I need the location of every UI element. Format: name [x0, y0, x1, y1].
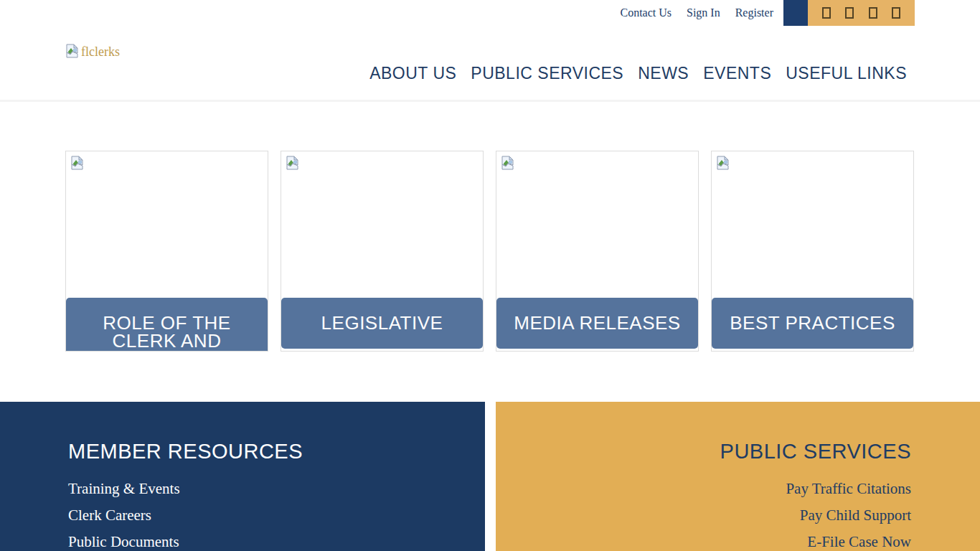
link-pay-child-support[interactable]: Pay Child Support	[800, 507, 911, 524]
card-title-band: MEDIA RELEASES	[496, 298, 698, 349]
main-nav: ABOUT US PUBLIC SERVICES NEWS EVENTS USE…	[369, 64, 907, 83]
utility-links: Contact Us Sign In Register	[620, 0, 773, 26]
link-training-events[interactable]: Training & Events	[68, 480, 180, 497]
search-button[interactable]	[783, 0, 808, 26]
public-services-title: PUBLIC SERVICES	[496, 440, 911, 463]
register-link[interactable]: Register	[735, 6, 773, 19]
member-resources-links: Training & Events Clerk Careers Public D…	[68, 476, 485, 551]
social-icon[interactable]	[845, 7, 854, 19]
contact-us-link[interactable]: Contact Us	[620, 6, 672, 19]
nav-item-about-us[interactable]: ABOUT US	[369, 64, 456, 83]
broken-image-icon	[65, 44, 80, 58]
card-title: LEGISLATIVE	[321, 314, 443, 332]
link-e-file-case-now[interactable]: E-File Case Now	[807, 533, 911, 550]
logo[interactable]: flclerks	[65, 44, 120, 60]
broken-image-icon	[286, 156, 300, 170]
link-public-documents[interactable]: Public Documents	[68, 533, 179, 550]
member-resources-title: MEMBER RESOURCES	[68, 440, 485, 463]
card-legislative[interactable]: LEGISLATIVE	[281, 151, 484, 352]
broken-image-icon	[716, 156, 730, 170]
card-best-practices[interactable]: BEST PRACTICES	[711, 151, 914, 352]
card-title-band: BEST PRACTICES	[712, 298, 913, 349]
card-media-releases[interactable]: MEDIA RELEASES	[496, 151, 699, 352]
nav-item-public-services[interactable]: PUBLIC SERVICES	[471, 64, 623, 83]
card-role-of-the-clerk[interactable]: ROLE OF THE CLERK AND COMPTROLLER	[65, 151, 268, 352]
social-icon[interactable]	[822, 7, 831, 19]
card-title: BEST PRACTICES	[730, 314, 895, 332]
card-title-band: ROLE OF THE CLERK AND COMPTROLLER	[66, 298, 268, 352]
member-resources-panel: MEMBER RESOURCES Training & Events Clerk…	[0, 402, 485, 551]
card-grid: ROLE OF THE CLERK AND COMPTROLLER LEGISL…	[65, 151, 914, 352]
broken-image-icon	[70, 156, 85, 170]
nav-item-events[interactable]: EVENTS	[703, 64, 771, 83]
public-services-panel: PUBLIC SERVICES Pay Traffic Citations Pa…	[496, 402, 980, 551]
sign-in-link[interactable]: Sign In	[687, 6, 720, 19]
nav-item-news[interactable]: NEWS	[638, 64, 689, 83]
social-strip	[808, 0, 915, 26]
card-title: MEDIA RELEASES	[514, 314, 680, 332]
link-clerk-careers[interactable]: Clerk Careers	[68, 507, 151, 524]
social-icon[interactable]	[869, 7, 877, 19]
broken-image-icon	[501, 156, 515, 170]
social-icon[interactable]	[892, 7, 900, 19]
card-title: ROLE OF THE CLERK AND COMPTROLLER	[81, 314, 253, 352]
public-services-links: Pay Traffic Citations Pay Child Support …	[496, 476, 911, 551]
logo-alt-text: flclerks	[81, 44, 120, 60]
header-divider	[0, 100, 980, 102]
nav-item-useful-links[interactable]: USEFUL LINKS	[786, 64, 907, 83]
card-title-band: LEGISLATIVE	[281, 298, 483, 349]
topbar: Contact Us Sign In Register	[620, 0, 915, 26]
link-pay-traffic-citations[interactable]: Pay Traffic Citations	[786, 480, 911, 497]
